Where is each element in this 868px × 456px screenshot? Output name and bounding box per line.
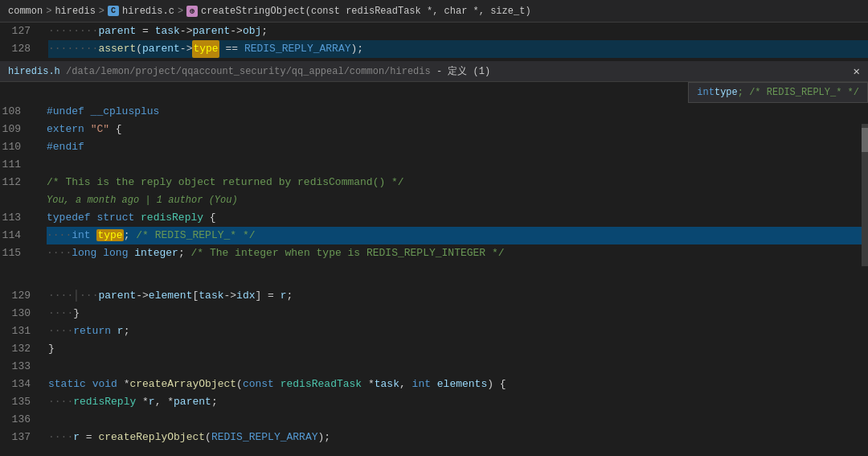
code-line: ····return r;	[48, 322, 868, 340]
def-code-line: You, a month ago | 1 author (You)	[47, 191, 868, 209]
code-line	[48, 358, 868, 376]
def-code-line: ····long long integer; /* The integer wh…	[47, 244, 868, 262]
breadcrumb-func[interactable]: createStringObject(const redisReadTask *…	[201, 6, 530, 17]
breadcrumb-hiredis[interactable]: hiredis	[55, 6, 95, 17]
tooltip-comment: ; /* REDIS_REPLY_* */	[738, 87, 859, 98]
c-file-icon: C	[108, 6, 119, 16]
top-code-panel: 127128········parent = task->parent->obj…	[0, 23, 868, 61]
code-line: ········assert(parent->type == REDIS_REP…	[48, 40, 868, 58]
def-panel-scrollbar-thumb[interactable]	[862, 128, 868, 152]
def-code-line	[47, 156, 868, 174]
tooltip-type: int	[697, 87, 714, 98]
def-code-line: ····size_t len; /* Length of string */	[47, 262, 868, 266]
def-code-line: #undef __cplusplus	[47, 103, 868, 121]
breadcrumb-common[interactable]: common	[8, 6, 43, 17]
def-filename: hiredis.h	[8, 66, 60, 77]
def-code-line: /* This is the reply object returned by …	[47, 174, 868, 191]
code-line: ····│···parent->element[task->idx] = r;	[48, 287, 868, 305]
code-line: ····}	[48, 305, 868, 322]
tooltip-name: type	[714, 87, 738, 98]
def-suffix: - 定义 (1)	[436, 66, 490, 77]
bottom-code-panel: 129130131132133134135136137····│···paren…	[0, 287, 868, 456]
def-location: /data/lemon/project/qqaccount_security/q…	[66, 66, 431, 77]
def-panel-header: hiredis.h /data/lemon/project/qqaccount_…	[0, 61, 868, 82]
code-line: static void *createArrayObject(const red…	[48, 376, 868, 393]
def-panel-scrollbar[interactable]	[862, 124, 868, 266]
def-panel-title: hiredis.h /data/lemon/project/qqaccount_…	[8, 64, 490, 78]
close-icon[interactable]: ✕	[854, 66, 860, 77]
sep3: >	[178, 6, 183, 17]
ide-window: common > hiredis > C hiredis.c > ⊕ creat…	[0, 0, 868, 456]
breadcrumb-bar: common > hiredis > C hiredis.c > ⊕ creat…	[0, 0, 868, 23]
code-line: }	[48, 340, 868, 358]
code-line: ····redisReply *r, *parent;	[48, 393, 868, 411]
def-code-line: #endif	[47, 138, 868, 156]
definition-panel: hiredis.h /data/lemon/project/qqaccount_…	[0, 61, 868, 287]
code-line	[48, 411, 868, 429]
def-code-line: ····int type; /* REDIS_REPLY_* */	[47, 227, 868, 244]
breadcrumb-file[interactable]: hiredis.c	[122, 6, 174, 17]
sep2: >	[99, 6, 104, 17]
code-line: ····r = createReplyObject(REDIS_REPLY_AR…	[48, 429, 868, 446]
func-icon: ⊕	[186, 6, 198, 17]
def-code-line: extern "C" {	[47, 121, 868, 138]
def-tooltip: int type; /* REDIS_REPLY_* */	[688, 82, 868, 103]
sep1: >	[46, 6, 51, 17]
code-line: ········parent = task->parent->obj;	[48, 23, 868, 40]
def-code-line: typedef struct redisReply {	[47, 209, 868, 227]
